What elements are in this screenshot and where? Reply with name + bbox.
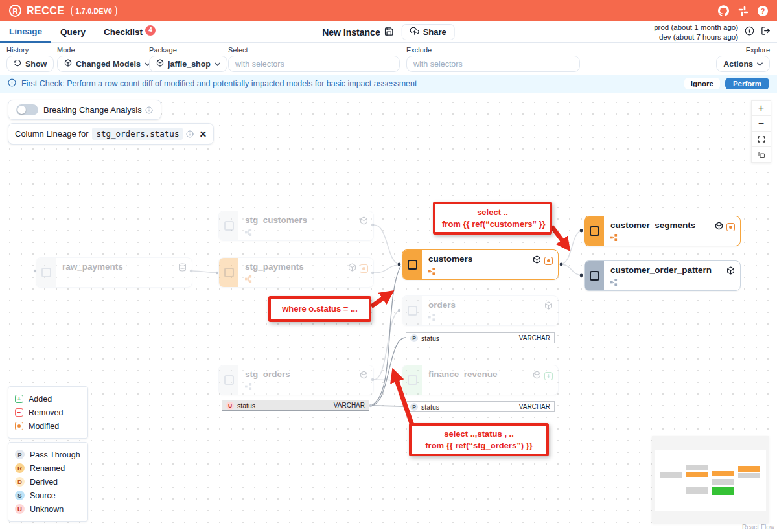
actions-menu-button[interactable]: Actions xyxy=(716,56,770,72)
package-icon xyxy=(156,59,164,69)
environment-info: prod (about 1 month ago) dev (about 7 ho… xyxy=(654,23,738,41)
model-cube-icon xyxy=(64,59,72,69)
package-select[interactable]: jaffle_shop xyxy=(149,56,227,72)
minimap-node xyxy=(712,479,734,485)
minimap-node xyxy=(738,473,760,478)
share-upload-icon xyxy=(410,27,419,38)
minimap-node xyxy=(686,487,708,494)
column-lineage-icon xyxy=(610,279,618,286)
pass-through-badge: P xyxy=(410,334,418,342)
legend-item-renamed: R Renamed xyxy=(15,461,81,475)
node-finance-revenue[interactable]: finance_revenue + xyxy=(402,365,559,395)
renamed-badge: R xyxy=(15,463,25,473)
legend-item-pass-through: P Pass Through xyxy=(15,448,81,461)
lineage-canvas[interactable]: Breaking Change Analysis Column Lineage … xyxy=(0,93,777,532)
node-checkbox[interactable] xyxy=(590,226,599,236)
mode-select[interactable]: Changed Models xyxy=(57,56,157,72)
modified-icon xyxy=(726,223,735,231)
legend-item-source: S Source xyxy=(15,489,81,502)
node-checkbox[interactable] xyxy=(590,271,599,281)
slack-icon[interactable] xyxy=(738,6,748,16)
ignore-button[interactable]: Ignore xyxy=(684,78,720,89)
env-prod: prod (about 1 month ago) xyxy=(654,23,738,32)
minimap-node xyxy=(712,487,734,495)
history-label: History xyxy=(6,46,54,54)
node-checkbox[interactable] xyxy=(408,375,417,385)
node-checkbox[interactable] xyxy=(41,268,51,277)
node-checkbox[interactable] xyxy=(224,221,234,231)
info-icon[interactable] xyxy=(745,26,754,38)
copy-button[interactable] xyxy=(751,147,771,163)
node-stg-payments[interactable]: stg_payments xyxy=(218,257,374,288)
breaking-change-toggle[interactable] xyxy=(16,104,38,115)
node-orders[interactable]: orders xyxy=(402,295,559,326)
close-icon[interactable]: ✕ xyxy=(199,129,207,139)
chevron-down-icon xyxy=(757,62,763,66)
exclude-input[interactable] xyxy=(406,56,580,72)
fit-view-button[interactable] xyxy=(751,132,771,147)
model-cube-icon xyxy=(544,301,553,312)
share-button[interactable]: Share xyxy=(402,24,455,40)
node-checkbox[interactable] xyxy=(224,375,234,385)
history-show-button[interactable]: Show xyxy=(6,56,54,72)
annotation-select-stg-orders: select ..,status , .. from {{ ref(“stg_o… xyxy=(409,423,549,456)
github-icon[interactable] xyxy=(718,5,729,16)
node-customers[interactable]: customers xyxy=(402,249,559,280)
removed-icon: − xyxy=(15,408,23,417)
zoom-out-button[interactable]: − xyxy=(751,116,771,132)
sign-out-icon[interactable] xyxy=(761,26,771,38)
banner-message: First Check: Perform a row count diff of… xyxy=(21,79,417,88)
node-customer-segments[interactable]: customer_segments xyxy=(584,216,741,246)
legend-item-added: + Added xyxy=(15,392,81,406)
node-checkbox[interactable] xyxy=(408,260,417,270)
node-checkbox[interactable] xyxy=(408,306,417,316)
model-cube-icon xyxy=(715,221,723,233)
tab-checklist[interactable]: Checklist 4 xyxy=(95,21,165,43)
column-lineage-chip: Column Lineage for stg_orders.status ✕ xyxy=(8,123,214,145)
column-type: VARCHAR xyxy=(519,334,550,341)
version-badge: 1.7.0.DEV0 xyxy=(71,6,117,16)
column-row-finance-revenue-status[interactable]: P status VARCHAR xyxy=(406,401,555,412)
info-icon[interactable] xyxy=(186,130,194,138)
node-checkbox[interactable] xyxy=(224,268,234,277)
annotation-where-status: where o.status = ... xyxy=(268,296,371,322)
tab-lineage[interactable]: Lineage xyxy=(0,21,51,43)
column-lineage-icon xyxy=(245,383,252,390)
chevron-down-icon xyxy=(215,62,220,66)
pass-through-badge: P xyxy=(15,450,25,459)
zoom-in-button[interactable]: + xyxy=(751,100,771,116)
column-type: VARCHAR xyxy=(519,403,550,410)
exclude-label: Exclude xyxy=(406,46,580,54)
perform-button[interactable]: Perform xyxy=(725,78,769,89)
minimap[interactable] xyxy=(652,436,769,523)
instance-title: New Instance xyxy=(322,27,380,38)
checklist-count-badge: 4 xyxy=(145,25,156,36)
column-lineage-icon xyxy=(428,268,435,275)
info-icon[interactable] xyxy=(145,106,153,114)
node-raw-payments[interactable]: raw_payments xyxy=(36,257,192,288)
history-icon xyxy=(14,59,21,69)
column-lineage-target: stg_orders.status xyxy=(92,128,183,140)
save-icon[interactable] xyxy=(384,27,394,38)
node-stg-customers[interactable]: stg_customers xyxy=(218,211,374,241)
change-legend: + Added − Removed Modified xyxy=(8,386,88,439)
node-stg-orders[interactable]: stg_orders xyxy=(218,365,374,395)
brand-name: RECCE xyxy=(27,5,65,17)
banner-info-icon xyxy=(8,78,16,89)
column-name: status xyxy=(421,334,439,342)
minimap-viewport xyxy=(655,450,766,511)
package-label: Package xyxy=(149,46,227,54)
select-input[interactable] xyxy=(228,56,400,72)
modified-icon xyxy=(360,264,368,273)
legend-item-derived: D Derived xyxy=(15,475,81,489)
column-row-stg-orders-status[interactable]: U status VARCHAR xyxy=(222,400,369,411)
model-cube-icon xyxy=(533,255,541,266)
tab-query[interactable]: Query xyxy=(51,21,95,43)
column-row-orders-status[interactable]: P status VARCHAR xyxy=(406,332,555,343)
column-lineage-icon xyxy=(245,275,252,283)
node-customer-order-pattern[interactable]: customer_order_pattern xyxy=(584,260,741,291)
help-icon[interactable]: ? xyxy=(758,6,768,16)
model-cube-icon xyxy=(360,216,368,227)
minimap-node xyxy=(660,472,682,478)
minimap-node xyxy=(712,471,734,476)
